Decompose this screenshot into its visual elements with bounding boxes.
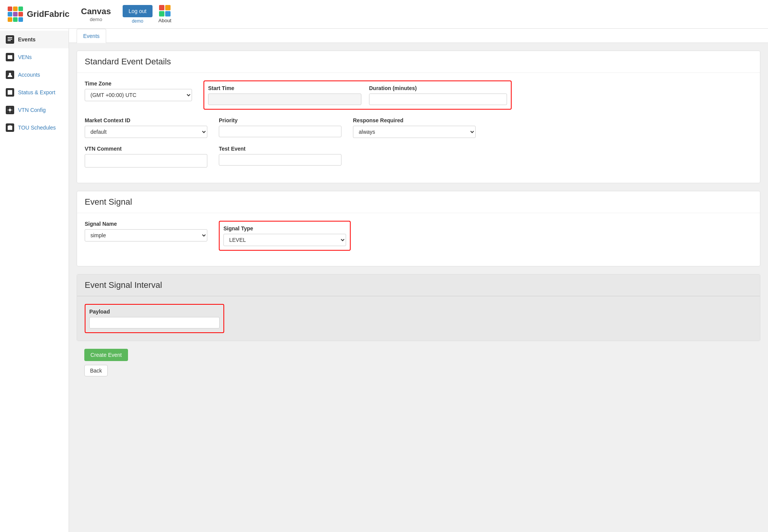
form-row-2: Market Context ID default Priority 0 Res… xyxy=(85,117,752,138)
vens-icon: VEN xyxy=(6,53,14,61)
canvas-title: Canvas xyxy=(81,7,111,16)
sidebar-item-vtn-config[interactable]: VTN Config xyxy=(0,101,69,119)
market-context-select[interactable]: default xyxy=(85,126,207,138)
priority-label: Priority xyxy=(219,117,341,123)
sidebar-item-tou-schedules[interactable]: TOU Schedules xyxy=(0,119,69,136)
start-duration-highlight: Start Time 2021-04-14 6:00pm Duration (m… xyxy=(203,80,512,110)
signal-row: Signal Name simple Signal Type LEVEL xyxy=(85,221,752,251)
canvas-section: Canvas demo xyxy=(81,7,111,22)
signal-name-group: Signal Name simple xyxy=(85,221,207,241)
standard-event-section: Standard Event Details Time Zone (GMT +0… xyxy=(77,51,760,183)
sidebar-label-tou-schedules: TOU Schedules xyxy=(18,125,56,131)
response-group: Response Required always xyxy=(353,117,476,138)
response-select[interactable]: always xyxy=(353,126,476,138)
duration-input[interactable]: 5 xyxy=(369,94,507,105)
header: GridFabric Canvas demo Log out demo Abou… xyxy=(0,0,768,29)
svg-rect-10 xyxy=(10,125,11,126)
priority-input[interactable]: 0 xyxy=(219,126,341,137)
start-time-label: Start Time xyxy=(208,85,361,91)
timezone-select[interactable]: (GMT +00:00) UTC xyxy=(85,89,192,101)
vtn-comment-label: VTN Comment xyxy=(85,146,207,152)
response-label: Response Required xyxy=(353,117,476,123)
header-actions: Log out demo About xyxy=(123,5,172,24)
sidebar-item-events[interactable]: Events xyxy=(0,31,69,48)
sidebar: Events VEN VENs Accounts Status & Export… xyxy=(0,29,69,532)
standard-event-title: Standard Event Details xyxy=(85,57,752,67)
signal-type-highlight: Signal Type LEVEL xyxy=(219,221,351,251)
form-row-1: Time Zone (GMT +00:00) UTC Start Time 20… xyxy=(85,80,752,110)
svg-rect-8 xyxy=(8,126,12,130)
event-signal-interval-section: Event Signal Interval Payload 2 xyxy=(77,274,760,341)
about-icon xyxy=(159,5,171,16)
svg-rect-1 xyxy=(8,39,12,39)
sidebar-label-accounts: Accounts xyxy=(18,72,40,78)
market-context-group: Market Context ID default xyxy=(85,117,207,138)
tab-events[interactable]: Events xyxy=(77,29,106,43)
svg-rect-9 xyxy=(9,125,10,126)
start-time-input[interactable]: 2021-04-14 6:00pm xyxy=(208,94,361,105)
sidebar-label-vens: VENs xyxy=(18,54,32,60)
create-event-button[interactable]: Create Event xyxy=(84,349,128,361)
payload-group: Payload 2 xyxy=(89,309,220,328)
signal-type-group: Signal Type LEVEL xyxy=(223,225,346,246)
svg-text:VEN: VEN xyxy=(8,57,13,59)
create-row: Create Event xyxy=(84,349,753,361)
timezone-group: Time Zone (GMT +00:00) UTC xyxy=(85,80,192,101)
about-section[interactable]: About xyxy=(158,5,171,23)
about-label: About xyxy=(158,18,171,23)
signal-name-label: Signal Name xyxy=(85,221,207,227)
event-signal-body: Signal Name simple Signal Type LEVEL xyxy=(77,213,760,266)
content-area: Standard Event Details Time Zone (GMT +0… xyxy=(69,43,768,392)
priority-group: Priority 0 xyxy=(219,117,341,137)
vtn-comment-input[interactable] xyxy=(85,154,207,167)
vtn-comment-group: VTN Comment xyxy=(85,146,207,167)
payload-label: Payload xyxy=(89,309,220,315)
start-time-group: Start Time 2021-04-14 6:00pm xyxy=(208,85,361,105)
market-context-label: Market Context ID xyxy=(85,117,207,123)
event-signal-section: Event Signal Signal Name simple Signal T… xyxy=(77,191,760,266)
sidebar-label-events: Events xyxy=(18,36,36,43)
svg-point-7 xyxy=(9,109,11,111)
sidebar-label-status-export: Status & Export xyxy=(18,89,55,95)
form-row-3: VTN Comment Test Event false xyxy=(85,146,752,167)
event-signal-interval-body: Payload 2 xyxy=(77,296,760,341)
event-signal-interval-title: Event Signal Interval xyxy=(85,280,752,290)
signal-type-select[interactable]: LEVEL xyxy=(223,234,346,246)
vtn-config-icon xyxy=(6,106,14,114)
sidebar-label-vtn-config: VTN Config xyxy=(18,107,46,113)
timezone-label: Time Zone xyxy=(85,80,192,87)
test-event-label: Test Event xyxy=(219,146,341,152)
payload-highlight: Payload 2 xyxy=(85,304,224,333)
svg-rect-0 xyxy=(8,37,12,38)
sidebar-item-accounts[interactable]: Accounts xyxy=(0,66,69,84)
test-event-group: Test Event false xyxy=(219,146,341,166)
duration-label: Duration (minutes) xyxy=(369,85,507,91)
back-button[interactable]: Back xyxy=(84,365,108,376)
payload-input[interactable]: 2 xyxy=(89,317,220,328)
logo-text: GridFabric xyxy=(27,9,69,19)
back-row: Back xyxy=(84,365,753,376)
logout-sub: demo xyxy=(132,18,143,24)
tou-schedules-icon xyxy=(6,123,14,132)
main-content: Events Standard Event Details Time Zone … xyxy=(69,29,768,532)
sidebar-item-status-export[interactable]: Status & Export xyxy=(0,84,69,101)
logo-icon xyxy=(8,7,23,22)
signal-name-select[interactable]: simple xyxy=(85,229,207,241)
standard-event-body: Time Zone (GMT +00:00) UTC Start Time 20… xyxy=(77,73,760,183)
signal-type-label: Signal Type xyxy=(223,225,346,232)
canvas-subtitle: demo xyxy=(90,16,102,22)
svg-rect-2 xyxy=(8,40,11,41)
tab-bar: Events xyxy=(69,29,768,43)
logo: GridFabric xyxy=(8,7,69,22)
logout-button[interactable]: Log out xyxy=(123,5,153,17)
test-event-input[interactable]: false xyxy=(219,154,341,166)
standard-event-header: Standard Event Details xyxy=(77,51,760,73)
sidebar-item-vens[interactable]: VEN VENs xyxy=(0,48,69,66)
logout-section: Log out demo xyxy=(123,5,153,24)
layout: Events VEN VENs Accounts Status & Export… xyxy=(0,29,768,532)
events-icon xyxy=(6,35,14,44)
accounts-icon xyxy=(6,71,14,79)
event-signal-title: Event Signal xyxy=(85,197,752,207)
event-signal-interval-header: Event Signal Interval xyxy=(77,274,760,296)
button-row: Create Event Back xyxy=(77,349,760,384)
